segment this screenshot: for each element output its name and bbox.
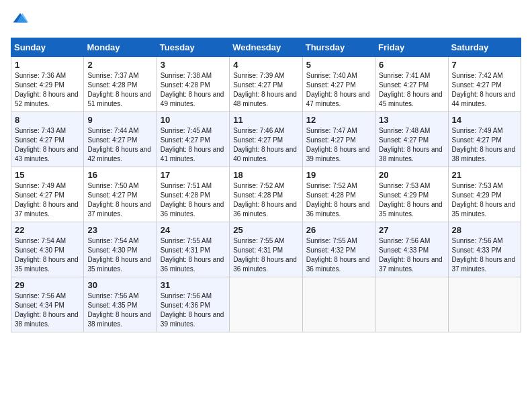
day-number: 22	[15, 225, 80, 235]
calendar-cell: 10Sunrise: 7:45 AMSunset: 4:27 PMDayligh…	[157, 112, 229, 167]
day-number: 8	[15, 115, 80, 125]
day-number: 7	[452, 60, 517, 70]
day-info: Sunrise: 7:55 AMSunset: 4:31 PMDaylight:…	[233, 236, 298, 274]
day-info: Sunrise: 7:36 AMSunset: 4:29 PMDaylight:…	[15, 71, 80, 109]
calendar-cell: 8Sunrise: 7:43 AMSunset: 4:27 PMDaylight…	[11, 112, 84, 167]
day-info: Sunrise: 7:56 AMSunset: 4:36 PMDaylight:…	[161, 291, 226, 329]
calendar-cell	[448, 277, 521, 332]
day-info: Sunrise: 7:45 AMSunset: 4:27 PMDaylight:…	[161, 126, 226, 164]
weekday-header: Friday	[375, 38, 448, 57]
day-number: 12	[306, 115, 371, 125]
calendar-cell: 25Sunrise: 7:55 AMSunset: 4:31 PMDayligh…	[230, 222, 302, 277]
day-number: 30	[87, 280, 152, 290]
day-info: Sunrise: 7:53 AMSunset: 4:29 PMDaylight:…	[379, 181, 444, 219]
calendar-table: SundayMondayTuesdayWednesdayThursdayFrid…	[11, 38, 521, 332]
calendar-cell: 22Sunrise: 7:54 AMSunset: 4:30 PMDayligh…	[11, 222, 84, 277]
day-number: 17	[161, 170, 226, 180]
calendar-cell: 17Sunrise: 7:51 AMSunset: 4:28 PMDayligh…	[157, 167, 229, 222]
day-info: Sunrise: 7:51 AMSunset: 4:28 PMDaylight:…	[161, 181, 226, 219]
day-info: Sunrise: 7:52 AMSunset: 4:28 PMDaylight:…	[233, 181, 298, 219]
day-info: Sunrise: 7:54 AMSunset: 4:30 PMDaylight:…	[15, 236, 80, 274]
day-number: 6	[379, 60, 444, 70]
day-number: 5	[306, 60, 371, 70]
day-number: 1	[15, 60, 80, 70]
logo-icon	[11, 11, 30, 30]
calendar-cell: 15Sunrise: 7:49 AMSunset: 4:27 PMDayligh…	[11, 167, 84, 222]
day-info: Sunrise: 7:44 AMSunset: 4:27 PMDaylight:…	[87, 126, 152, 164]
day-number: 18	[233, 170, 298, 180]
day-info: Sunrise: 7:48 AMSunset: 4:27 PMDaylight:…	[379, 126, 444, 164]
day-number: 27	[379, 225, 444, 235]
calendar-week-row: 22Sunrise: 7:54 AMSunset: 4:30 PMDayligh…	[11, 222, 521, 277]
day-info: Sunrise: 7:54 AMSunset: 4:30 PMDaylight:…	[87, 236, 152, 274]
day-number: 14	[452, 115, 517, 125]
day-number: 24	[161, 225, 226, 235]
day-number: 20	[379, 170, 444, 180]
calendar-cell	[375, 277, 448, 332]
weekday-header: Saturday	[448, 38, 521, 57]
day-number: 21	[452, 170, 517, 180]
day-info: Sunrise: 7:55 AMSunset: 4:31 PMDaylight:…	[161, 236, 226, 274]
calendar-cell: 5Sunrise: 7:40 AMSunset: 4:27 PMDaylight…	[302, 57, 375, 112]
calendar-cell: 13Sunrise: 7:48 AMSunset: 4:27 PMDayligh…	[375, 112, 448, 167]
calendar-cell: 19Sunrise: 7:52 AMSunset: 4:28 PMDayligh…	[302, 167, 375, 222]
weekday-header: Sunday	[11, 38, 84, 57]
day-info: Sunrise: 7:39 AMSunset: 4:27 PMDaylight:…	[233, 71, 298, 109]
weekday-header: Monday	[84, 38, 157, 57]
calendar-cell: 23Sunrise: 7:54 AMSunset: 4:30 PMDayligh…	[84, 222, 157, 277]
calendar-cell: 18Sunrise: 7:52 AMSunset: 4:28 PMDayligh…	[230, 167, 302, 222]
calendar-cell: 11Sunrise: 7:46 AMSunset: 4:27 PMDayligh…	[230, 112, 302, 167]
day-number: 11	[233, 115, 298, 125]
day-number: 9	[87, 115, 152, 125]
day-number: 19	[306, 170, 371, 180]
day-number: 31	[161, 280, 226, 290]
calendar-week-row: 15Sunrise: 7:49 AMSunset: 4:27 PMDayligh…	[11, 167, 521, 222]
day-info: Sunrise: 7:49 AMSunset: 4:27 PMDaylight:…	[15, 181, 80, 219]
day-number: 10	[161, 115, 226, 125]
calendar-cell: 12Sunrise: 7:47 AMSunset: 4:27 PMDayligh…	[302, 112, 375, 167]
calendar-cell: 16Sunrise: 7:50 AMSunset: 4:27 PMDayligh…	[84, 167, 157, 222]
calendar-week-row: 1Sunrise: 7:36 AMSunset: 4:29 PMDaylight…	[11, 57, 521, 112]
weekday-header: Wednesday	[230, 38, 302, 57]
calendar-cell: 1Sunrise: 7:36 AMSunset: 4:29 PMDaylight…	[11, 57, 84, 112]
weekday-header: Tuesday	[157, 38, 229, 57]
page-header	[11, 11, 521, 30]
calendar-cell: 24Sunrise: 7:55 AMSunset: 4:31 PMDayligh…	[157, 222, 229, 277]
calendar-cell: 31Sunrise: 7:56 AMSunset: 4:36 PMDayligh…	[157, 277, 229, 332]
calendar-cell: 28Sunrise: 7:56 AMSunset: 4:33 PMDayligh…	[448, 222, 521, 277]
day-number: 25	[233, 225, 298, 235]
calendar-cell: 2Sunrise: 7:37 AMSunset: 4:28 PMDaylight…	[84, 57, 157, 112]
day-number: 23	[87, 225, 152, 235]
day-info: Sunrise: 7:52 AMSunset: 4:28 PMDaylight:…	[306, 181, 371, 219]
day-info: Sunrise: 7:38 AMSunset: 4:28 PMDaylight:…	[161, 71, 226, 109]
calendar-cell	[302, 277, 375, 332]
day-number: 16	[87, 170, 152, 180]
day-info: Sunrise: 7:56 AMSunset: 4:34 PMDaylight:…	[15, 291, 80, 329]
calendar-cell: 14Sunrise: 7:49 AMSunset: 4:27 PMDayligh…	[448, 112, 521, 167]
day-info: Sunrise: 7:56 AMSunset: 4:33 PMDaylight:…	[379, 236, 444, 274]
day-info: Sunrise: 7:46 AMSunset: 4:27 PMDaylight:…	[233, 126, 298, 164]
day-info: Sunrise: 7:40 AMSunset: 4:27 PMDaylight:…	[306, 71, 371, 109]
calendar-cell: 7Sunrise: 7:42 AMSunset: 4:27 PMDaylight…	[448, 57, 521, 112]
calendar-cell: 6Sunrise: 7:41 AMSunset: 4:27 PMDaylight…	[375, 57, 448, 112]
day-number: 3	[161, 60, 226, 70]
calendar-cell: 29Sunrise: 7:56 AMSunset: 4:34 PMDayligh…	[11, 277, 84, 332]
day-info: Sunrise: 7:42 AMSunset: 4:27 PMDaylight:…	[452, 71, 517, 109]
calendar-cell: 30Sunrise: 7:56 AMSunset: 4:35 PMDayligh…	[84, 277, 157, 332]
day-info: Sunrise: 7:56 AMSunset: 4:33 PMDaylight:…	[452, 236, 517, 274]
day-info: Sunrise: 7:43 AMSunset: 4:27 PMDaylight:…	[15, 126, 80, 164]
logo	[11, 11, 32, 30]
day-number: 26	[306, 225, 371, 235]
calendar-cell: 26Sunrise: 7:55 AMSunset: 4:32 PMDayligh…	[302, 222, 375, 277]
calendar-cell: 9Sunrise: 7:44 AMSunset: 4:27 PMDaylight…	[84, 112, 157, 167]
day-info: Sunrise: 7:41 AMSunset: 4:27 PMDaylight:…	[379, 71, 444, 109]
calendar-week-row: 29Sunrise: 7:56 AMSunset: 4:34 PMDayligh…	[11, 277, 521, 332]
day-number: 28	[452, 225, 517, 235]
calendar-cell: 4Sunrise: 7:39 AMSunset: 4:27 PMDaylight…	[230, 57, 302, 112]
day-info: Sunrise: 7:53 AMSunset: 4:29 PMDaylight:…	[452, 181, 517, 219]
day-info: Sunrise: 7:50 AMSunset: 4:27 PMDaylight:…	[87, 181, 152, 219]
day-info: Sunrise: 7:37 AMSunset: 4:28 PMDaylight:…	[87, 71, 152, 109]
day-info: Sunrise: 7:47 AMSunset: 4:27 PMDaylight:…	[306, 126, 371, 164]
calendar-header-row: SundayMondayTuesdayWednesdayThursdayFrid…	[11, 38, 521, 57]
day-info: Sunrise: 7:55 AMSunset: 4:32 PMDaylight:…	[306, 236, 371, 274]
